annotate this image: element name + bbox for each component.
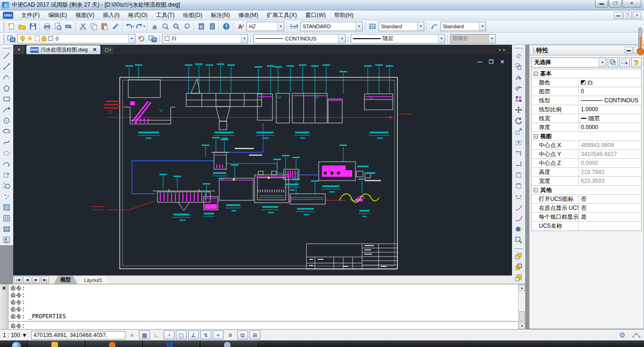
- xline-icon[interactable]: [1, 61, 12, 72]
- open-file-icon[interactable]: [17, 21, 27, 32]
- taskbar-item-4[interactable]: [200, 340, 256, 347]
- menu-view[interactable]: 视图(V): [71, 10, 99, 20]
- pan-icon[interactable]: [149, 21, 160, 32]
- taskbar-item-3[interactable]: [142, 340, 199, 347]
- stretch-icon[interactable]: [513, 137, 524, 148]
- polygon-icon[interactable]: [1, 83, 12, 93]
- polar-toggle[interactable]: ◔: [164, 330, 174, 339]
- offset-icon[interactable]: [513, 83, 524, 93]
- command-input[interactable]: 命令:: [8, 321, 518, 329]
- prop-value[interactable]: [579, 222, 641, 231]
- circle-icon[interactable]: [1, 115, 12, 126]
- revcloud-icon[interactable]: [1, 126, 12, 137]
- menu-format[interactable]: 格式(O): [124, 10, 152, 20]
- match-properties-icon[interactable]: [110, 21, 121, 32]
- match-icon[interactable]: [513, 234, 524, 245]
- rectangle-icon[interactable]: [1, 93, 12, 104]
- osnap-toggle[interactable]: ▢: [176, 330, 187, 339]
- hatch-icon[interactable]: [1, 202, 12, 213]
- snap-toggle[interactable]: ⌗: [127, 330, 138, 339]
- menu-modify[interactable]: 修改(M): [234, 10, 263, 20]
- polyline-icon[interactable]: [1, 72, 12, 83]
- extend-icon[interactable]: [513, 158, 524, 169]
- toolbar-grip[interactable]: [2, 46, 11, 49]
- scroll-up-icon[interactable]: ▲: [519, 284, 525, 291]
- viewport-restore-icon[interactable]: ❐: [489, 59, 494, 65]
- ellipse-arc-icon[interactable]: [1, 158, 12, 169]
- text-style-combo[interactable]: HZ▼: [247, 22, 284, 31]
- command-close-icon[interactable]: ✕: [0, 284, 8, 292]
- mleader-style-icon[interactable]: [429, 21, 439, 32]
- toolbar-grip[interactable]: [1, 22, 4, 31]
- scroll-thumb[interactable]: [519, 311, 525, 322]
- menu-insert[interactable]: 插入(I): [99, 10, 124, 20]
- menu-draw[interactable]: 绘图(D): [179, 10, 206, 20]
- menu-window[interactable]: 窗口(W): [301, 10, 330, 20]
- tab-close-icon[interactable]: ✕: [92, 47, 97, 53]
- mirror-icon[interactable]: [513, 72, 524, 83]
- tab-list-button[interactable]: ▼: [13, 46, 25, 54]
- selection-combo[interactable]: 无选择 ▼: [531, 58, 606, 67]
- plot-icon[interactable]: [41, 21, 52, 32]
- tab-layout1[interactable]: Layout1: [77, 276, 109, 284]
- section-basic[interactable]: −基本: [532, 69, 641, 78]
- arc-icon[interactable]: [1, 104, 12, 115]
- chevron-down-icon[interactable]: ▼: [417, 22, 424, 31]
- dim-style-icon[interactable]: [289, 21, 299, 32]
- line-icon[interactable]: [1, 50, 12, 61]
- mdi-restore-button[interactable]: ❐: [623, 12, 632, 19]
- menu-express[interactable]: 扩展工具(X): [263, 10, 301, 20]
- undo-icon[interactable]: [124, 21, 135, 32]
- viewport-sync-toggle[interactable]: ⊞: [249, 330, 260, 339]
- grid-toggle[interactable]: ▦: [139, 330, 150, 339]
- insert-block-icon[interactable]: [1, 169, 12, 180]
- layer-combo[interactable]: 0 ▼: [17, 34, 135, 43]
- point-snap-toggle[interactable]: ＋: [213, 330, 223, 339]
- coordinate-readout[interactable]: 470135.4891, 3410468.4037, 0.0000: [31, 331, 125, 339]
- command-window-handle[interactable]: ✕: [0, 284, 8, 329]
- erase-icon[interactable]: [513, 50, 524, 61]
- quick-select-button[interactable]: [608, 58, 618, 67]
- linetype-combo[interactable]: CONTINOUS ▼: [253, 34, 346, 43]
- break-icon[interactable]: [513, 180, 524, 191]
- mtext-icon[interactable]: A: [1, 234, 12, 245]
- chevron-down-icon[interactable]: ▼: [128, 34, 135, 43]
- rotate-icon[interactable]: [513, 115, 524, 126]
- new-file-icon[interactable]: [6, 21, 17, 32]
- ellipse-icon[interactable]: [1, 148, 12, 158]
- toolbar-grip[interactable]: [1, 34, 4, 43]
- section-view[interactable]: −视图: [532, 132, 641, 141]
- layer-previous-icon[interactable]: [136, 33, 147, 44]
- break-point-icon[interactable]: [513, 169, 524, 180]
- lineweight-combo[interactable]: 随层 ▼: [351, 34, 445, 43]
- viewport-close-icon[interactable]: ✕: [500, 59, 504, 65]
- gear-icon[interactable]: ⚙: [619, 331, 625, 339]
- array-icon[interactable]: [513, 93, 524, 104]
- prop-value[interactable]: 否: [579, 204, 641, 212]
- prop-value[interactable]: 0.0000: [579, 123, 641, 132]
- toolbar-grip[interactable]: [514, 247, 523, 249]
- properties-title-bar[interactable]: 特性 ▬ ✕: [529, 45, 644, 56]
- zoom-window-icon[interactable]: [171, 21, 182, 32]
- mleader-style-combo[interactable]: Standard▼: [440, 22, 486, 31]
- last-tab-button[interactable]: ▶|: [41, 276, 49, 283]
- spline-icon[interactable]: [1, 137, 12, 148]
- dim-style-combo[interactable]: STANDARD▼: [300, 22, 363, 31]
- collapse-icon[interactable]: −: [534, 134, 538, 139]
- draworder-front-icon[interactable]: [513, 250, 524, 261]
- help-icon[interactable]: ?: [221, 21, 231, 32]
- ortho-toggle[interactable]: ∟: [151, 330, 162, 339]
- tab-scroll-arrows[interactable]: ◂▸: [498, 47, 508, 52]
- chevron-down-icon[interactable]: ▼: [355, 22, 362, 31]
- toolbar-grip[interactable]: [514, 46, 523, 49]
- region-icon[interactable]: [1, 213, 12, 223]
- redo-icon[interactable]: [135, 21, 146, 32]
- explode-icon[interactable]: [513, 223, 524, 234]
- move-icon[interactable]: [513, 104, 524, 115]
- layer-states-icon[interactable]: [147, 33, 158, 44]
- make-block-icon[interactable]: [1, 180, 12, 191]
- menu-help[interactable]: 帮助(H): [330, 10, 358, 20]
- color-combo[interactable]: 白 ▼: [162, 34, 248, 43]
- chevron-down-icon[interactable]: ▼: [277, 22, 284, 31]
- menu-edit[interactable]: 编辑(E): [44, 10, 71, 20]
